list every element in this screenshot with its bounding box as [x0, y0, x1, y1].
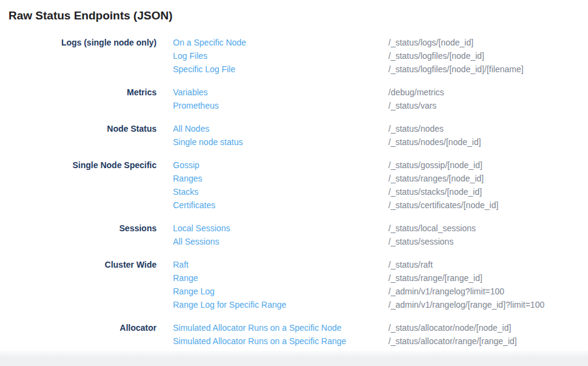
endpoint-section: Node Status All NodesSingle node status … [0, 122, 588, 149]
endpoint-category-label: Sessions [0, 222, 157, 248]
endpoint-path: /_status/nodes/[node_id] [388, 135, 588, 149]
endpoint-paths-column: /_status/raft/_status/range/[range_id]/_… [388, 258, 588, 311]
endpoint-link[interactable]: Range [173, 271, 388, 285]
endpoint-section: Cluster Wide RaftRangeRange LogRange Log… [0, 258, 588, 311]
endpoint-link[interactable]: On a Specific Node [173, 36, 388, 49]
endpoint-link[interactable]: Single node status [173, 135, 388, 149]
endpoint-paths-column: /_status/local_sessions/_status/sessions [388, 222, 588, 248]
endpoint-paths-column: /_status/nodes/_status/nodes/[node_id] [388, 122, 588, 149]
endpoint-path: /_status/sessions [388, 235, 588, 248]
endpoint-links-column: On a Specific NodeLog FilesSpecific Log … [157, 36, 388, 76]
endpoint-path: /_status/vars [388, 99, 588, 112]
endpoint-category-label: Node Status [0, 122, 157, 149]
endpoints-table: Logs (single node only) On a Specific No… [0, 36, 588, 348]
endpoint-path: /_status/allocator/range/[range_id] [388, 334, 588, 348]
page-title: Raw Status Endpoints (JSON) [0, 0, 588, 22]
endpoint-links-column: Local SessionsAll Sessions [157, 222, 388, 248]
endpoint-path: /_status/stacks/[node_id] [388, 185, 588, 198]
page-bottom-strip [0, 351, 588, 366]
endpoint-paths-column: /debug/metrics/_status/vars [388, 86, 588, 112]
endpoint-path: /_status/gossip/[node_id] [388, 158, 588, 172]
endpoint-path: /_status/range/[range_id] [388, 271, 588, 285]
endpoint-links-column: RaftRangeRange LogRange Log for Specific… [157, 258, 388, 311]
endpoint-link[interactable]: Ranges [173, 172, 388, 185]
raw-status-endpoints-page: Raw Status Endpoints (JSON) Logs (single… [0, 0, 588, 366]
endpoint-path: /_status/logs/[node_id] [388, 36, 588, 49]
endpoint-link[interactable]: Local Sessions [173, 222, 388, 235]
endpoint-link[interactable]: Simulated Allocator Runs on a Specific N… [173, 321, 388, 334]
endpoint-path: /_status/ranges/[node_id] [388, 172, 588, 185]
endpoint-link[interactable]: Certificates [173, 198, 388, 212]
endpoint-link[interactable]: Prometheus [173, 99, 388, 112]
endpoint-link[interactable]: Range Log for Specific Range [173, 298, 388, 311]
endpoint-path: /debug/metrics [388, 86, 588, 99]
endpoint-link[interactable]: Stacks [173, 185, 388, 198]
endpoint-link[interactable]: Simulated Allocator Runs on a Specific R… [173, 334, 388, 348]
endpoint-section: Single Node Specific GossipRangesStacksC… [0, 158, 588, 212]
endpoint-link[interactable]: Range Log [173, 285, 388, 298]
endpoint-path: /_status/certificates/[node_id] [388, 198, 588, 212]
endpoint-links-column: VariablesPrometheus [157, 86, 388, 112]
endpoint-link[interactable]: Log Files [173, 49, 388, 63]
endpoint-path: /_admin/v1/rangelog/[range_id]?limit=100 [388, 298, 588, 311]
endpoint-category-label: Allocator [0, 321, 157, 348]
endpoint-paths-column: /_status/gossip/[node_id]/_status/ranges… [388, 158, 588, 212]
endpoint-paths-column: /_status/logs/[node_id]/_status/logfiles… [388, 36, 588, 76]
endpoint-section: Sessions Local SessionsAll Sessions /_st… [0, 222, 588, 248]
endpoint-path: /_status/nodes [388, 122, 588, 135]
endpoint-category-label: Metrics [0, 86, 157, 112]
endpoint-path: /_status/allocator/node/[node_id] [388, 321, 588, 334]
endpoint-path: /_admin/v1/rangelog?limit=100 [388, 285, 588, 298]
endpoint-link[interactable]: Variables [173, 86, 388, 99]
endpoint-section: Metrics VariablesPrometheus /debug/metri… [0, 86, 588, 112]
endpoint-path: /_status/local_sessions [388, 222, 588, 235]
endpoint-section: Logs (single node only) On a Specific No… [0, 36, 588, 76]
endpoint-links-column: GossipRangesStacksCertificates [157, 158, 388, 212]
endpoint-paths-column: /_status/allocator/node/[node_id]/_statu… [388, 321, 588, 348]
endpoint-section: Allocator Simulated Allocator Runs on a … [0, 321, 588, 348]
endpoint-link[interactable]: All Sessions [173, 235, 388, 248]
endpoint-link[interactable]: All Nodes [173, 122, 388, 135]
endpoint-path: /_status/logfiles/[node_id]/[filename] [388, 63, 588, 76]
endpoint-links-column: All NodesSingle node status [157, 122, 388, 149]
endpoint-link[interactable]: Specific Log File [173, 63, 388, 76]
endpoint-link[interactable]: Gossip [173, 158, 388, 172]
endpoint-category-label: Logs (single node only) [0, 36, 157, 76]
endpoint-link[interactable]: Raft [173, 258, 388, 271]
endpoint-path: /_status/raft [388, 258, 588, 271]
endpoint-path: /_status/logfiles/[node_id] [388, 49, 588, 63]
endpoint-links-column: Simulated Allocator Runs on a Specific N… [157, 321, 388, 348]
endpoint-category-label: Single Node Specific [0, 158, 157, 212]
endpoint-category-label: Cluster Wide [0, 258, 157, 311]
